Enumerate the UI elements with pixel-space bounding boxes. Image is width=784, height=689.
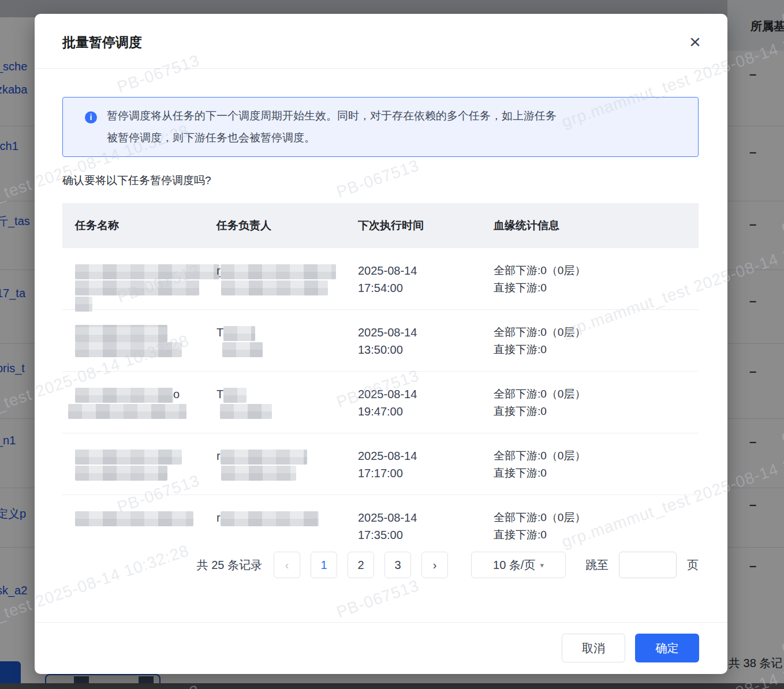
table-row: o T 2025-08-1419:47:00 全部下游:0（0层）直接下游:0 [62, 372, 699, 433]
alert-text: 暂停调度将从任务的下一个调度周期开始生效。同时，对于存在依赖的多个任务，如上游任… [107, 105, 678, 149]
task-name-suffix: o [173, 388, 180, 400]
lineage-info: 全部下游:0（0层）直接下游:0 [494, 385, 585, 420]
jump-to-label: 跳至 [585, 557, 608, 573]
lineage-info: 全部下游:0（0层）直接下游:0 [494, 509, 585, 541]
owner-prefix: r [216, 450, 221, 462]
next-run-time: 2025-08-1419:47:00 [358, 385, 417, 420]
task-name-redacted [75, 324, 182, 356]
page-size-value: 10 条/页 [493, 557, 535, 573]
page-unit-label: 页 [687, 557, 699, 573]
next-run-time: 2025-08-1417:54:00 [358, 262, 417, 297]
owner-prefix: r [216, 264, 221, 277]
table-row: r 2025-08-1417:35:00 全部下游:0（0层）直接下游:0 [62, 495, 699, 541]
next-run-time: 2025-08-1417:35:00 [358, 509, 417, 541]
table-body: _j r 2025-08-1417:54:00 全部下游:0（0层）直接下游:0 [62, 248, 699, 541]
info-icon: i [85, 111, 97, 123]
next-run-time: 2025-08-1413:50:00 [358, 324, 417, 358]
task-name-redacted [75, 447, 182, 480]
lineage-info: 全部下游:0（0层）直接下游:0 [494, 262, 585, 297]
footer-divider [35, 622, 727, 623]
owner-prefix: T [216, 388, 223, 400]
owner-prefix: T [216, 326, 223, 339]
prev-page-button[interactable]: ‹ [274, 552, 300, 578]
col-lineage: 血缘统计信息 [494, 218, 559, 233]
lineage-info: 全部下游:0（0层）直接下游:0 [494, 324, 585, 358]
table-row: T 2025-08-1413:50:00 全部下游:0（0层）直接下游:0 [62, 310, 699, 372]
task-owner-redacted: r [216, 262, 336, 294]
next-run-time: 2025-08-1417:17:00 [358, 447, 417, 482]
table-header: 任务名称 任务负责人 下次执行时间 血缘统计信息 [62, 203, 699, 248]
alert-line-2: 被暂停调度，则下游任务也会被暂停调度。 [107, 127, 678, 149]
cancel-button[interactable]: 取消 [562, 634, 625, 662]
page-button-2[interactable]: 2 [348, 552, 374, 578]
next-page-button[interactable]: › [421, 552, 448, 578]
header-divider [35, 68, 727, 69]
task-name-redacted: _j [75, 262, 229, 310]
jump-to-input[interactable] [619, 552, 677, 578]
page-button-1[interactable]: 1 [311, 552, 337, 578]
batch-pause-dialog: 批量暂停调度 × i 暂停调度将从任务的下一个调度周期开始生效。同时，对于存在依… [35, 14, 727, 674]
col-task-owner: 任务负责人 [216, 218, 271, 233]
table-row: _j r 2025-08-1417:54:00 全部下游:0（0层）直接下游:0 [62, 248, 699, 310]
record-total: 共 25 条记录 [197, 557, 262, 573]
info-alert: i 暂停调度将从任务的下一个调度周期开始生效。同时，对于存在依赖的多个任务，如上… [62, 97, 699, 157]
task-owner-redacted: T [216, 385, 272, 418]
confirm-question: 确认要将以下任务暂停调度吗? [62, 173, 211, 188]
alert-line-1: 暂停调度将从任务的下一个调度周期开始生效。同时，对于存在依赖的多个任务，如上游任… [107, 105, 678, 127]
lineage-info: 全部下游:0（0层）直接下游:0 [494, 447, 585, 482]
pagination: 共 25 条记录 ‹ 1 2 3 › 10 条/页 ▾ 跳至 页 [62, 552, 699, 578]
task-name-redacted: o [75, 385, 186, 418]
owner-prefix: r [216, 511, 221, 524]
table-row: r 2025-08-1417:17:00 全部下游:0（0层）直接下游:0 [62, 433, 699, 495]
task-owner-redacted: r [216, 447, 307, 480]
col-task-name: 任务名称 [75, 218, 119, 233]
col-next-run: 下次执行时间 [358, 218, 424, 233]
task-owner-redacted: T [216, 324, 263, 356]
chevron-down-icon: ▾ [540, 561, 544, 570]
page-size-select[interactable]: 10 条/页 ▾ [471, 552, 566, 578]
screen: _sche zkaba tch1 斤_tas 17_ta oris_t _n1 … [0, 0, 784, 689]
confirm-button[interactable]: 确定 [635, 634, 699, 662]
close-icon[interactable]: × [682, 29, 708, 54]
dialog-title: 批量暂停调度 [62, 33, 142, 51]
task-owner-redacted: r [216, 509, 319, 525]
task-name-redacted [75, 509, 193, 525]
page-button-3[interactable]: 3 [384, 552, 411, 578]
